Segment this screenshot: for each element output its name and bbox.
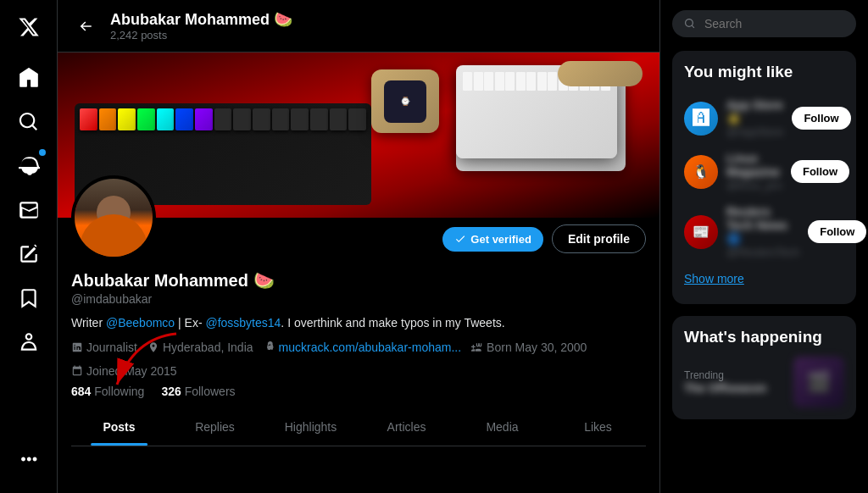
- joined-text: Joined May 2015: [86, 364, 177, 378]
- whats-happening-title: What's happening: [684, 328, 844, 346]
- bookmark-icon: [18, 287, 40, 309]
- back-arrow-icon: [78, 19, 93, 34]
- bio-link-fossbytes[interactable]: @fossbytes14: [205, 316, 281, 330]
- follow-stats: 684 Following 326 Followers: [71, 385, 646, 398]
- meta-location: Hyderabad, India: [147, 341, 253, 354]
- following-count: 684: [71, 385, 91, 398]
- journalist-label: Journalist: [86, 341, 137, 354]
- birthday-text: Born May 30, 2000: [487, 341, 587, 354]
- meta-joined: Joined May 2015: [71, 364, 177, 378]
- show-more-link[interactable]: Show more: [684, 265, 844, 292]
- you-might-like-title: You might like: [684, 63, 844, 81]
- following-stat[interactable]: 684 Following: [71, 385, 144, 398]
- main-content: Abubakar Mohammed 🍉 2,242 posts: [58, 0, 660, 493]
- tab-posts[interactable]: Posts: [71, 408, 167, 446]
- suggested-name-2: Linux Magazine: [726, 152, 782, 179]
- birthday-icon: [471, 341, 483, 353]
- profile-header-name: Abubakar Mohammed 🍉: [110, 10, 292, 29]
- follow-button-2[interactable]: Follow: [791, 160, 849, 183]
- display-name-text: Abubakar Mohammed: [71, 271, 248, 291]
- suggested-avatar-3: 📰: [684, 215, 718, 249]
- suggested-avatar-1: 🅰: [684, 102, 718, 136]
- trending-image: 🎬: [793, 357, 844, 407]
- meta-website: muckrack.com/abubakar-moham...: [264, 341, 462, 354]
- tab-replies[interactable]: Replies: [167, 408, 263, 446]
- right-sidebar: You might like 🅰 App Store ⭐ @AppStore F…: [660, 0, 868, 493]
- sidebar-item-home[interactable]: [8, 58, 49, 98]
- home-icon: [18, 67, 40, 89]
- journalist-icon: [71, 341, 83, 353]
- suggested-user-linux: 🐧 Linux Magazine @linux_pro Follow: [684, 145, 844, 198]
- follow-button-3[interactable]: Follow: [808, 220, 866, 243]
- sidebar-item-bookmarks[interactable]: [8, 278, 49, 319]
- meta-birthday: Born May 30, 2000: [471, 341, 587, 354]
- x-logo-icon: [18, 16, 40, 38]
- profile-header-info: Abubakar Mohammed 🍉 2,242 posts: [110, 10, 292, 42]
- bio: Writer @Beebomco | Ex- @fossbytes14. I o…: [71, 314, 646, 332]
- sidebar-item-notifications[interactable]: [8, 146, 49, 186]
- left-sidebar: [0, 0, 58, 493]
- suggested-avatar-2: 🐧: [684, 155, 718, 189]
- sidebar-item-messages[interactable]: [8, 190, 49, 230]
- followers-count: 326: [161, 385, 181, 398]
- more-icon: [18, 448, 40, 470]
- following-label: Following: [94, 385, 144, 398]
- profile-header-bar: Abubakar Mohammed 🍉 2,242 posts: [58, 0, 659, 53]
- trending-label: Trending: [684, 369, 766, 381]
- you-might-like-section: You might like 🅰 App Store ⭐ @AppStore F…: [672, 51, 856, 304]
- meta-journalist: Journalist: [71, 341, 137, 354]
- sidebar-item-more[interactable]: [8, 439, 49, 479]
- search-input[interactable]: [704, 17, 844, 30]
- profile-section: Get verified Edit profile Abubakar Moham…: [58, 175, 659, 446]
- bio-link-beebomco[interactable]: @Beebomco: [106, 316, 175, 330]
- tab-likes[interactable]: Likes: [550, 408, 646, 446]
- suggested-handle-2: @linux_pro: [726, 179, 782, 191]
- display-name-emoji: 🍉: [253, 270, 275, 291]
- avatar-image: [75, 179, 153, 257]
- avatar-area: Get verified Edit profile: [71, 175, 646, 260]
- suggested-user-reuters: 📰 Reuters Tech News 🔵 @ReutersTech Follo…: [684, 198, 844, 265]
- search-box[interactable]: [672, 10, 856, 37]
- follow-button-1[interactable]: Follow: [792, 107, 850, 130]
- whats-happening-section: What's happening Trending The Offseason …: [672, 316, 856, 419]
- sidebar-item-profile[interactable]: [8, 322, 49, 363]
- followers-label: Followers: [185, 385, 236, 398]
- back-button[interactable]: [71, 12, 100, 41]
- tab-highlights[interactable]: Highlights: [263, 408, 359, 446]
- suggested-handle-3: @ReutersTech: [726, 246, 799, 258]
- sidebar-item-compose[interactable]: [8, 234, 49, 274]
- suggested-name-3: Reuters Tech News 🔵: [726, 205, 799, 246]
- sidebar-item-explore[interactable]: [8, 102, 49, 142]
- location-icon: [147, 341, 159, 353]
- meta-row: Journalist Hyderabad, India muckrack.com…: [71, 341, 646, 378]
- suggested-info-3: Reuters Tech News 🔵 @ReutersTech: [726, 205, 799, 258]
- suggested-user-appstore: 🅰 App Store ⭐ @AppStore Follow: [684, 91, 844, 145]
- followers-stat[interactable]: 326 Followers: [161, 385, 235, 398]
- tab-media[interactable]: Media: [454, 408, 550, 446]
- username: @imdabubakar: [71, 292, 646, 306]
- location-text: Hyderabad, India: [163, 341, 253, 354]
- suggested-info-2: Linux Magazine @linux_pro: [726, 152, 782, 191]
- display-name: Abubakar Mohammed 🍉: [71, 270, 646, 291]
- trending-topic: The Offseason: [684, 381, 766, 395]
- trending-item-1[interactable]: Trending The Offseason 🎬: [684, 357, 844, 407]
- suggested-name-1: App Store ⭐: [726, 98, 783, 125]
- profile-header-posts: 2,242 posts: [110, 29, 292, 42]
- search-icon: [684, 17, 696, 30]
- calendar-icon: [71, 365, 83, 377]
- edit-profile-button[interactable]: Edit profile: [552, 224, 646, 253]
- get-verified-label: Get verified: [470, 233, 531, 246]
- get-verified-button[interactable]: Get verified: [442, 227, 543, 252]
- website-link[interactable]: muckrack.com/abubakar-moham...: [279, 341, 462, 354]
- profile-tabs: Posts Replies Highlights Articles Media …: [71, 408, 646, 446]
- mail-icon: [18, 199, 40, 221]
- suggested-info-1: App Store ⭐ @AppStore: [726, 98, 783, 138]
- link-icon: [264, 341, 275, 353]
- verified-check-icon: [454, 233, 466, 245]
- notification-badge: [39, 149, 46, 156]
- bell-icon: [18, 155, 40, 177]
- avatar: [71, 175, 156, 260]
- x-logo-button[interactable]: [8, 7, 49, 47]
- trending-info: Trending The Offseason: [684, 369, 766, 395]
- tab-articles[interactable]: Articles: [359, 408, 454, 446]
